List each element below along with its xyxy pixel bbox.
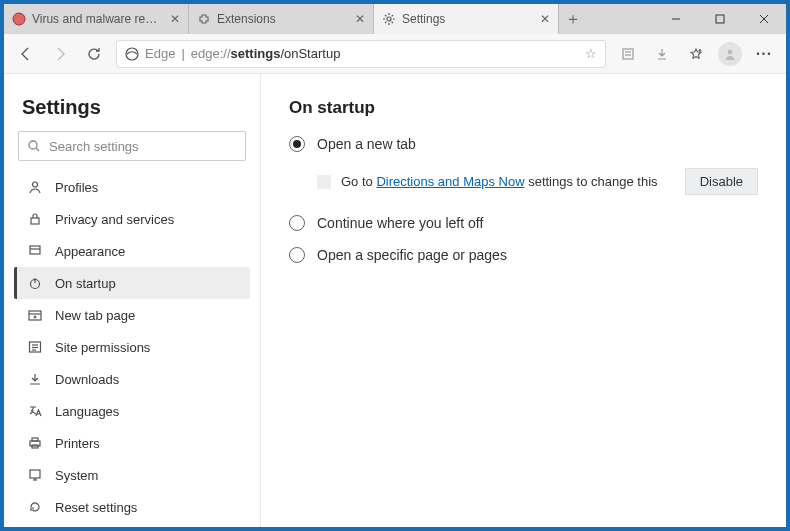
svg-rect-30 <box>32 438 38 441</box>
disable-button[interactable]: Disable <box>685 168 758 195</box>
download-icon <box>27 371 43 387</box>
svg-rect-7 <box>623 49 633 59</box>
search-settings-input[interactable] <box>18 131 246 161</box>
reset-icon <box>27 499 43 515</box>
edge-icon <box>125 47 139 61</box>
close-icon[interactable]: ✕ <box>170 12 180 26</box>
tab-extensions[interactable]: Extensions ✕ <box>189 4 374 34</box>
sidebar-item-printers[interactable]: Printers <box>14 427 250 459</box>
sidebar-item-label: Site permissions <box>55 340 150 355</box>
sidebar-item-label: Languages <box>55 404 119 419</box>
settings-heading: Settings <box>14 92 250 131</box>
tab-favicon-generic <box>12 12 26 26</box>
sidebar-item-label: On startup <box>55 276 116 291</box>
sidebar-item-about[interactable]: About Microsoft Edge <box>14 523 250 527</box>
reading-list-icon[interactable] <box>616 42 640 66</box>
radio-label: Open a specific page or pages <box>317 247 507 263</box>
system-icon <box>27 467 43 483</box>
sidebar-item-downloads[interactable]: Downloads <box>14 363 250 395</box>
sidebar-item-label: Appearance <box>55 244 125 259</box>
language-icon <box>27 403 43 419</box>
sidebar-item-reset[interactable]: Reset settings <box>14 491 250 523</box>
search-icon <box>27 139 41 153</box>
svg-rect-3 <box>716 15 724 23</box>
close-window-button[interactable] <box>742 4 786 34</box>
svg-point-0 <box>13 13 25 25</box>
svg-point-13 <box>29 141 37 149</box>
extensions-icon <box>197 12 211 26</box>
profile-avatar[interactable] <box>718 42 742 66</box>
more-menu-button[interactable]: ··· <box>752 42 776 66</box>
svg-point-1 <box>387 17 391 21</box>
sidebar-item-appearance[interactable]: Appearance <box>14 235 250 267</box>
address-bar[interactable]: Edge | edge://settings/onStartup ☆ <box>116 40 606 68</box>
sidebar-item-privacy[interactable]: Privacy and services <box>14 203 250 235</box>
sidebar-item-label: Printers <box>55 436 100 451</box>
permissions-icon <box>27 339 43 355</box>
gear-icon <box>382 12 396 26</box>
sidebar-item-label: System <box>55 468 98 483</box>
svg-rect-16 <box>31 218 39 224</box>
svg-rect-17 <box>30 246 40 254</box>
sidebar-item-site-permissions[interactable]: Site permissions <box>14 331 250 363</box>
sidebar-item-new-tab[interactable]: New tab page <box>14 299 250 331</box>
downloads-icon[interactable] <box>650 42 674 66</box>
tab-settings[interactable]: Settings ✕ <box>374 4 559 34</box>
radio-open-new-tab[interactable]: Open a new tab <box>289 136 758 152</box>
radio-icon <box>289 247 305 263</box>
back-button[interactable] <box>14 42 38 66</box>
sidebar-item-label: Reset settings <box>55 500 137 515</box>
search-input-field[interactable] <box>49 139 237 154</box>
maximize-button[interactable] <box>698 4 742 34</box>
close-icon[interactable]: ✕ <box>355 12 365 26</box>
tab-label: Settings <box>402 12 530 26</box>
sidebar-item-label: Privacy and services <box>55 212 174 227</box>
lock-icon <box>27 211 43 227</box>
radio-icon <box>289 215 305 231</box>
printer-icon <box>27 435 43 451</box>
svg-point-12 <box>728 49 733 54</box>
minimize-button[interactable] <box>654 4 698 34</box>
new-tab-button[interactable]: ＋ <box>559 4 587 34</box>
tab-label: Virus and malware removal instr <box>32 12 160 26</box>
svg-point-15 <box>33 182 38 187</box>
favorites-icon[interactable] <box>684 42 708 66</box>
svg-line-14 <box>36 148 39 151</box>
sidebar-item-label: Profiles <box>55 180 98 195</box>
radio-icon <box>289 136 305 152</box>
new-tab-icon <box>27 307 43 323</box>
power-icon <box>27 275 43 291</box>
sidebar-item-languages[interactable]: Languages <box>14 395 250 427</box>
sidebar-item-label: Downloads <box>55 372 119 387</box>
refresh-button[interactable] <box>82 42 106 66</box>
sidebar-item-profiles[interactable]: Profiles <box>14 171 250 203</box>
radio-continue[interactable]: Continue where you left off <box>289 215 758 231</box>
forward-button[interactable] <box>48 42 72 66</box>
radio-specific-page[interactable]: Open a specific page or pages <box>289 247 758 263</box>
appearance-icon <box>27 243 43 259</box>
address-host: Edge <box>145 46 175 61</box>
radio-label: Continue where you left off <box>317 215 483 231</box>
sidebar-item-system[interactable]: System <box>14 459 250 491</box>
tab-virus[interactable]: Virus and malware removal instr ✕ <box>4 4 189 34</box>
svg-rect-32 <box>30 470 40 478</box>
profile-icon <box>27 179 43 195</box>
sidebar-item-label: New tab page <box>55 308 135 323</box>
extension-notice: Go to Directions and Maps Now settings t… <box>341 174 658 189</box>
extension-link[interactable]: Directions and Maps Now <box>376 174 524 189</box>
close-icon[interactable]: ✕ <box>540 12 550 26</box>
tab-label: Extensions <box>217 12 345 26</box>
favorite-icon[interactable]: ☆ <box>585 46 597 61</box>
extension-favicon <box>317 175 331 189</box>
radio-label: Open a new tab <box>317 136 416 152</box>
sidebar-item-on-startup[interactable]: On startup <box>14 267 250 299</box>
page-title: On startup <box>289 98 758 118</box>
